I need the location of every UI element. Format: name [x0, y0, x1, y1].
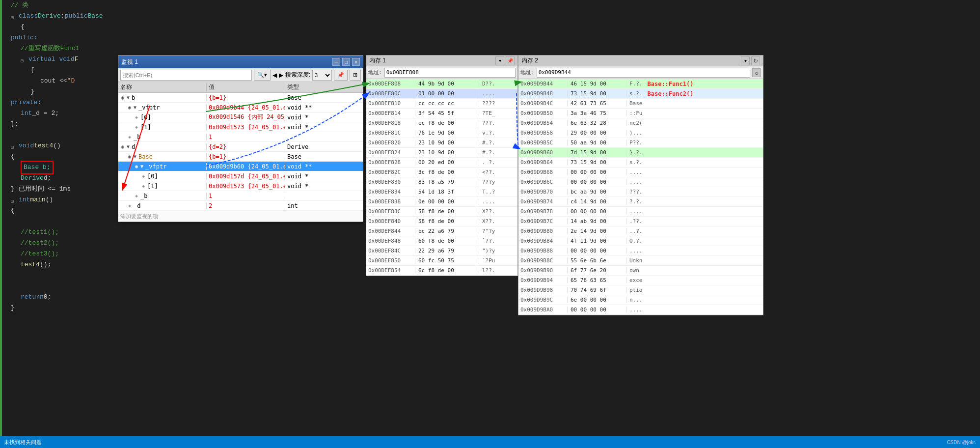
code-line: return 0; [7, 292, 123, 303]
memory2-addr-input[interactable] [537, 68, 750, 78]
memory2-dropdown[interactable]: ▾ [741, 56, 750, 65]
mem-row[interactable]: 0x009D9B70 bc aa 9d 00 ???. [518, 187, 763, 197]
mem-row[interactable]: 0x00DEF854 6c f8 de 00 l??. [366, 266, 517, 276]
mem-row[interactable]: 0x00DEF820 23 10 9d 00 #.?. [366, 138, 517, 148]
mem-row[interactable]: 0x00DEF83C 58 f8 de 00 X??. [366, 207, 517, 217]
watch-row-vfptr-b-1[interactable]: ◈ [1] 0x009d1573 {24_05_01.exe!Base::F..… [118, 122, 363, 132]
mem-row[interactable]: 0x009D9B4C 42 61 73 65 Base [518, 99, 763, 109]
memory1-dropdown[interactable]: ▾ [495, 56, 504, 65]
mem-row[interactable]: 0x009D9B44 46 15 9d 00 F.?. Base::Func1(… [518, 79, 763, 89]
code-line: test4 (); [7, 259, 123, 270]
memory2-title: 内存 2 [521, 56, 538, 65]
filter-button[interactable]: ⊞ [350, 70, 361, 81]
mem-row[interactable]: 0x009D9B68 00 00 00 00 .... [518, 168, 763, 177]
mem-row[interactable]: 0x009D9B60 7d 15 9d 00 }.?. [518, 148, 763, 158]
maximize-button[interactable]: □ [342, 58, 350, 66]
mem-row[interactable]: 0x009D9B50 3a 3a 46 75 ::Fu [518, 109, 763, 118]
mem-row[interactable]: 0x00DEF84C 22 29 a6 79 ")?y [366, 246, 517, 256]
collapse-icon[interactable]: ⊟ [11, 13, 18, 20]
code-line: private: [7, 97, 123, 108]
mem-row[interactable]: 0x009D9B98 70 74 69 6f ptio [518, 285, 763, 295]
watch-row-d-vfptr-0[interactable]: ◈ [0] 0x009d157d {24_05_01.exe!Derive:..… [118, 171, 363, 181]
arrow-left[interactable]: ◀ [272, 72, 277, 79]
mem-row[interactable]: 0x009D9B7C 14 ab 9d 00 .??. [518, 217, 763, 226]
search-button[interactable]: 🔍▾ [254, 70, 271, 81]
code-line: }; [7, 119, 123, 130]
watch-row-b[interactable]: ◉ ▼ b {b=1} Base [118, 93, 363, 103]
mem-row[interactable]: 0x00DEF808 44 9b 9d 00 D??. [366, 79, 517, 89]
code-line: cout << "D [7, 76, 123, 86]
watch-titlebar-buttons: ─ □ × [332, 58, 360, 66]
mem-row[interactable]: 0x009D9B58 29 00 00 00 )... [518, 128, 763, 138]
memory1-addr-label: 地址: [368, 69, 382, 76]
code-editor: // 类 ⊟ class Derive : public Base { publ… [0, 0, 123, 448]
mem-row[interactable]: 0x009D9B8C 55 6e 6b 6e Unkn [518, 256, 763, 266]
watch-titlebar: 监视 1 ─ □ × [118, 56, 363, 68]
mem-row[interactable]: 0x009D9B5C 50 aa 9d 00 P??. [518, 138, 763, 148]
code-line: Base b; [7, 162, 123, 173]
mem-row[interactable]: 0x00DEF834 54 1d 18 3f T..? [366, 187, 517, 197]
memory2-refresh-btn[interactable]: ↻ [752, 68, 761, 77]
code-line: } [7, 86, 123, 97]
mem-row[interactable]: 0x00DEF848 60 f8 de 00 `??. [366, 236, 517, 246]
mem-row[interactable]: 0x00DEF838 0e 00 00 00 .... [366, 197, 517, 207]
close-button[interactable]: × [352, 58, 360, 66]
arrow-right[interactable]: ▶ [279, 72, 283, 79]
mem-row[interactable]: 0x00DEF840 58 f8 de 00 X??. [366, 217, 517, 226]
mem-row[interactable]: 0x00DEF818 ec f8 de 00 ???. [366, 118, 517, 128]
watch-add-row[interactable]: 添加要监视的项 [118, 211, 363, 222]
watch-row-d-base[interactable]: ◉ ▼ Base {b=1} Base [118, 152, 363, 162]
collapse-icon[interactable]: ⊟ [11, 142, 18, 149]
mem-row[interactable]: 0x009D9B80 2e 14 9d 00 ..?. [518, 226, 763, 236]
memory1-toolbar: 地址: [366, 66, 517, 79]
code-line: { [7, 205, 123, 216]
mem-row[interactable]: 0x00DEF824 23 10 9d 00 #.?. [366, 148, 517, 158]
depth-select[interactable]: 3 1 2 4 5 [312, 70, 332, 81]
memory1-pin[interactable]: 📌 [506, 56, 515, 65]
mem-row[interactable]: 0x00DEF82C 3c f8 de 00 <??. [366, 168, 517, 177]
memory2-titlebar: 内存 2 ▾ ↻ [518, 56, 763, 66]
watch-search-input[interactable] [120, 70, 252, 81]
mem-row[interactable]: 0x009D9BA0 00 00 00 00 .... [518, 305, 763, 315]
mem-row[interactable]: 0x00DEF850 60 fc 50 75 `?Pu [366, 256, 517, 266]
mem-row[interactable]: 0x009D9B64 73 15 9d 00 s.?. [518, 158, 763, 168]
code-line [7, 216, 123, 227]
mem-row[interactable]: 0x00DEF81C 76 1e 9d 00 v.?. [366, 128, 517, 138]
memory1-addr-input[interactable] [384, 68, 516, 78]
code-line: Derive d; [7, 173, 123, 184]
mem-row[interactable]: 0x00DEF844 bc 22 a6 79 ?"?y [366, 226, 517, 236]
mem-row[interactable]: 0x009D9B94 65 78 63 65 exce [518, 276, 763, 285]
memory2-refresh[interactable]: ↻ [751, 56, 760, 65]
watch-row-d[interactable]: ◉ ▼ d {d=2} Derive [118, 142, 363, 152]
mem-row[interactable]: 0x00DEF814 3f 54 45 5f ?TE_ [366, 109, 517, 118]
watch-row-b-b[interactable]: ◈ _b 1 [118, 132, 363, 142]
mem-row[interactable]: 0x009D9B84 4f 11 9d 00 O.?. [518, 236, 763, 246]
watch-row-vfptr-b[interactable]: ◉ ▼ _vfptr 0x009d9b44 {24_05_01.exe!void… [118, 103, 363, 112]
mem-row[interactable]: 0x009D9B54 6e 63 32 28 nc2( [518, 118, 763, 128]
pin-button[interactable]: 📌 [334, 70, 348, 81]
watch-row-d-base-vfptr[interactable]: ◉ ▼ _vfptr 0x009d9b60 {24_05_01.exe!void… [118, 162, 363, 171]
mem-row[interactable]: 0x009D9B9C 6e 00 00 00 n... [518, 295, 763, 305]
mem-row[interactable]: 0x009D9B6C 00 00 00 00 .... [518, 177, 763, 187]
code-line: } 已用时间 <= 1ms [7, 184, 123, 195]
mem-row[interactable]: 0x009D9B78 00 00 00 00 .... [518, 207, 763, 217]
watch-row-d-base-b[interactable]: ◈ _b 1 [118, 191, 363, 201]
mem-row[interactable]: 0x00DEF80C 01 00 00 00 .... [366, 89, 517, 99]
watch-toolbar: 🔍▾ ◀ ▶ 搜索深度: 3 1 2 4 5 📌 ⊞ [118, 68, 363, 82]
watch-row-vfptr-b-0[interactable]: ◈ [0] 0x009d1546 {内部 24_05_01.exe!P... v… [118, 112, 363, 122]
green-bar-1 [0, 0, 2, 448]
mem-row[interactable]: 0x00DEF828 00 20 ed 00 . ?. [366, 158, 517, 168]
watch-row-d-vfptr-1[interactable]: ◈ [1] 0x009d1573 {24_05_01.exe!Base::F..… [118, 181, 363, 191]
collapse-icon[interactable]: ⊟ [11, 196, 18, 203]
mem-row[interactable]: 0x00DEF810 cc cc cc cc ???? [366, 99, 517, 109]
mem-row[interactable]: 0x00DEF830 83 f8 a5 79 ???y [366, 177, 517, 187]
mem-row[interactable]: 0x009D9B74 c4 14 9d 00 ?.?. [518, 197, 763, 207]
minimize-button[interactable]: ─ [332, 58, 340, 66]
mem-row[interactable]: 0x009D9B48 73 15 9d 00 s.?. Base::Func2(… [518, 89, 763, 99]
collapse-icon[interactable]: ⊟ [21, 56, 27, 63]
code-line: public: [7, 32, 123, 43]
status-text: 未找到相关问题 [4, 439, 42, 446]
watch-row-d-d[interactable]: ◈ _d 2 int [118, 201, 363, 211]
mem-row[interactable]: 0x009D9B88 00 00 00 00 .... [518, 246, 763, 256]
mem-row[interactable]: 0x009D9B90 6f 77 6e 20 own [518, 266, 763, 276]
